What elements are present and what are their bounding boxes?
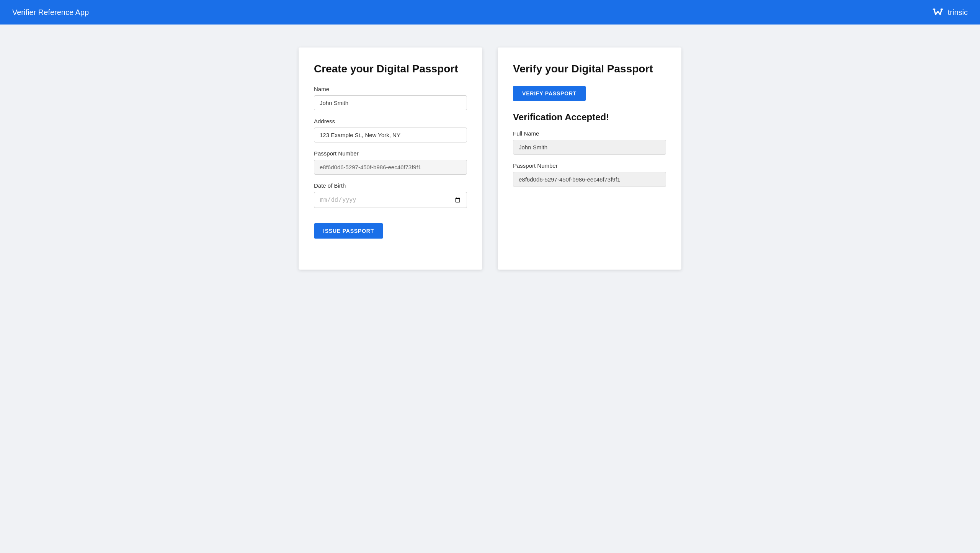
dob-label: Date of Birth [314,182,467,189]
verified-passport-number-group: Passport Number [513,162,666,187]
verified-passport-number-input [513,172,666,187]
dob-input[interactable] [314,192,467,208]
passport-number-input[interactable] [314,160,467,175]
verify-passport-card: Verify your Digital Passport VERIFY PASS… [498,47,681,270]
verified-passport-number-label: Passport Number [513,162,666,169]
main-content: Create your Digital Passport Name Addres… [0,25,980,293]
trinsic-logo-icon [932,6,944,18]
address-form-group: Address [314,118,467,142]
name-label: Name [314,86,467,92]
name-input[interactable] [314,95,467,110]
verify-passport-button[interactable]: VERIFY PASSPORT [513,86,586,101]
issue-passport-button[interactable]: ISSUE PASSPORT [314,223,383,239]
verification-status: Verification Accepted! [513,112,666,123]
create-passport-card: Create your Digital Passport Name Addres… [299,47,482,270]
name-form-group: Name [314,86,467,110]
address-input[interactable] [314,128,467,142]
verified-full-name-input [513,140,666,155]
passport-number-label: Passport Number [314,150,467,157]
passport-number-form-group: Passport Number [314,150,467,175]
logo-text: trinsic [948,8,968,17]
verify-card-title: Verify your Digital Passport [513,63,666,75]
app-title: Verifier Reference App [12,8,89,17]
dob-form-group: Date of Birth [314,182,467,208]
verified-full-name-label: Full Name [513,130,666,137]
verified-full-name-group: Full Name [513,130,666,155]
address-label: Address [314,118,467,124]
create-card-title: Create your Digital Passport [314,63,467,75]
trinsic-logo: trinsic [932,6,968,18]
app-header: Verifier Reference App trinsic [0,0,980,25]
